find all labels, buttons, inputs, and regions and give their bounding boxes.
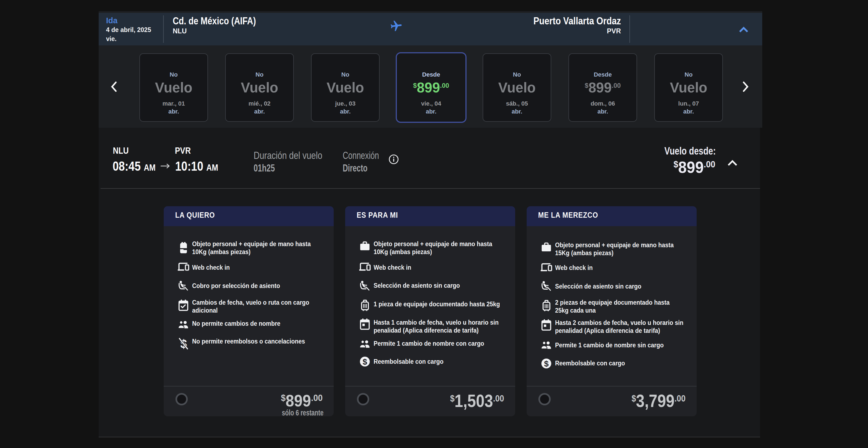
svg-text:$: $ bbox=[363, 357, 367, 366]
svg-text:$: $ bbox=[544, 359, 549, 368]
